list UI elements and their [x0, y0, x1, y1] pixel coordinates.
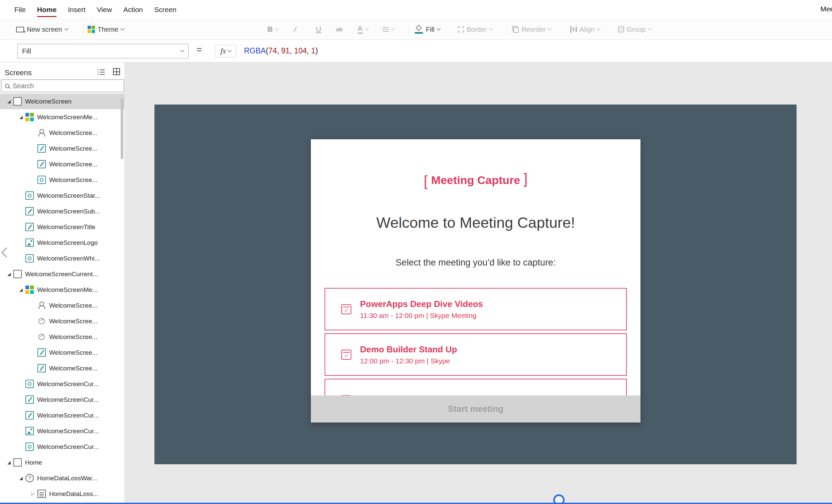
screens-tree: WelcomeScreen WelcomeScreenMe... Welcome…: [0, 93, 124, 502]
italic-button[interactable]: /: [294, 19, 296, 39]
tree-item-label: WelcomeScreenSub...: [37, 208, 100, 215]
theme-button[interactable]: Theme: [87, 19, 124, 39]
chevron-down-icon: [120, 26, 125, 31]
app-logo[interactable]: [ Meeting Capture ]: [311, 173, 641, 187]
text-align-button[interactable]: [383, 19, 394, 39]
chevron-down-icon: [180, 48, 184, 52]
formula-separator: ,: [277, 47, 281, 55]
app-title-truncated: Mee: [820, 5, 832, 13]
font-color-button[interactable]: A: [358, 19, 368, 39]
tree-item[interactable]: WelcomeScree...: [0, 345, 124, 360]
tree-item[interactable]: WelcomeScree...: [0, 141, 124, 156]
tree-item[interactable]: WelcomeScree...: [0, 298, 124, 313]
tree-item-label: WelcomeScreenMe...: [37, 286, 98, 293]
form-icon: [37, 489, 46, 498]
reorder-button[interactable]: Reorder: [512, 19, 551, 39]
tree-item[interactable]: WelcomeScreenLogo: [0, 235, 124, 251]
tree-item-label: WelcomeScree...: [49, 176, 97, 184]
property-selector[interactable]: Fill: [17, 44, 188, 58]
tree-item[interactable]: WelcomeScreenWhi...: [0, 251, 124, 266]
formula-paren: ): [316, 47, 318, 55]
tree-item-label: WelcomeScreenTitle: [37, 223, 95, 231]
chevron-down-icon: [227, 48, 232, 52]
meeting-list-item[interactable]: PowerApps Deep Dive Videos 11:30 am - 12…: [324, 288, 627, 330]
question-icon: [25, 474, 34, 482]
border-button[interactable]: Border: [458, 19, 492, 39]
menu-item[interactable]: Insert: [62, 0, 91, 19]
menu-item[interactable]: Home: [31, 0, 62, 19]
tree-item[interactable]: WelcomeScreenCur...: [0, 439, 124, 454]
welcome-subheading[interactable]: Select the meeting you’d like to capture…: [311, 257, 641, 268]
tree-item-label: WelcomeScreenCur...: [37, 396, 99, 403]
tree-item[interactable]: HomeDataLoss...: [0, 486, 124, 502]
meeting-time: 12:00 pm - 12:30 pm | Skype: [360, 357, 457, 365]
tree-item[interactable]: WelcomeScreenCur...: [0, 392, 124, 408]
pencil-icon: [25, 207, 34, 216]
expand-arrow-icon[interactable]: [17, 115, 25, 119]
align-button[interactable]: Align: [570, 19, 600, 39]
expand-arrow-icon[interactable]: [17, 287, 25, 292]
menu-item[interactable]: Action: [118, 0, 149, 19]
group-button[interactable]: Group: [618, 19, 651, 39]
welcome-heading[interactable]: Welcome to Meeting Capture!: [311, 214, 641, 231]
formula-input[interactable]: RGBA(74, 91, 104, 1): [244, 47, 318, 55]
expand-arrow-icon[interactable]: [5, 99, 14, 104]
calendar-icon: [341, 304, 351, 314]
expand-arrow-icon[interactable]: [29, 491, 37, 496]
bold-button[interactable]: B: [267, 19, 279, 39]
chevron-down-icon: [548, 26, 552, 31]
meeting-text: Demo Builder Stand Up 12:00 pm - 12:30 p…: [360, 344, 457, 365]
tree-item[interactable]: WelcomeScree...: [0, 172, 124, 188]
people-icon: [37, 301, 46, 310]
fx-selector[interactable]: fx: [215, 45, 236, 57]
reorder-icon: [512, 26, 519, 33]
theme-icon: [87, 26, 95, 33]
tree-item[interactable]: WelcomeScree...: [0, 125, 124, 141]
ribbon-toolbar: New screen Theme B / U ab: [0, 19, 832, 40]
tree-scrollbar-thumb[interactable]: [121, 98, 123, 159]
font-color-icon: A: [358, 25, 363, 34]
chevron-down-icon: [437, 26, 441, 31]
menu-item[interactable]: Screen: [149, 0, 182, 19]
expand-arrow-icon[interactable]: [5, 460, 14, 465]
thumbnail-view-icon[interactable]: [113, 68, 120, 75]
pencil-icon: [37, 160, 46, 168]
tree-item[interactable]: WelcomeScreenSub...: [0, 203, 124, 219]
formula-separator: ,: [290, 47, 294, 55]
new-screen-button[interactable]: New screen: [16, 19, 68, 39]
shape-icon: [37, 176, 46, 184]
tree-item[interactable]: WelcomeScreen: [0, 93, 124, 109]
tree-item[interactable]: WelcomeScree...: [0, 360, 124, 376]
tree-item[interactable]: WelcomeScreenStar...: [0, 188, 124, 203]
tree-item[interactable]: WelcomeScree...: [0, 313, 124, 329]
tree-item[interactable]: HomeDataLossWar...: [0, 470, 124, 486]
shape-icon: [25, 254, 34, 262]
tree-item[interactable]: WelcomeScreenCur...: [0, 376, 124, 392]
tree-item-label: HomeDataLoss...: [49, 490, 98, 498]
tree-item[interactable]: WelcomeScreenTitle: [0, 219, 124, 235]
tree-item[interactable]: WelcomeScree...: [0, 156, 124, 172]
chart-icon: [37, 333, 46, 341]
tree-item[interactable]: WelcomeScreenCurrent...: [0, 266, 124, 282]
fill-button[interactable]: Fill: [415, 19, 440, 39]
tree-item[interactable]: WelcomeScreenCur...: [0, 408, 124, 423]
screen-icon: [14, 458, 22, 467]
tree-item[interactable]: WelcomeScree...: [0, 329, 124, 345]
formula-arguments: 74, 91, 104, 1: [268, 47, 316, 55]
search-input[interactable]: [13, 82, 124, 90]
tree-view-icon[interactable]: [98, 68, 105, 76]
welcome-screen-canvas[interactable]: [ Meeting Capture ] Welcome to Meeting C…: [154, 105, 797, 464]
underline-button[interactable]: U: [316, 19, 321, 39]
menu-item[interactable]: View: [91, 0, 118, 19]
menu-item[interactable]: File: [9, 0, 31, 19]
expand-arrow-icon[interactable]: [17, 476, 25, 481]
meeting-list-item[interactable]: Demo Builder Stand Up 12:00 pm - 12:30 p…: [324, 333, 627, 376]
tree-item[interactable]: WelcomeScreenMe...: [0, 282, 124, 298]
tree-item[interactable]: Home: [0, 454, 124, 470]
tree-item-label: WelcomeScreenWhi...: [37, 255, 100, 262]
start-meeting-button[interactable]: Start meeting: [311, 395, 641, 422]
tree-item[interactable]: WelcomeScreenMe...: [0, 109, 124, 125]
tree-item[interactable]: WelcomeScreenCur...: [0, 423, 124, 439]
expand-arrow-icon[interactable]: [5, 272, 14, 277]
strikethrough-button[interactable]: ab: [336, 19, 343, 39]
